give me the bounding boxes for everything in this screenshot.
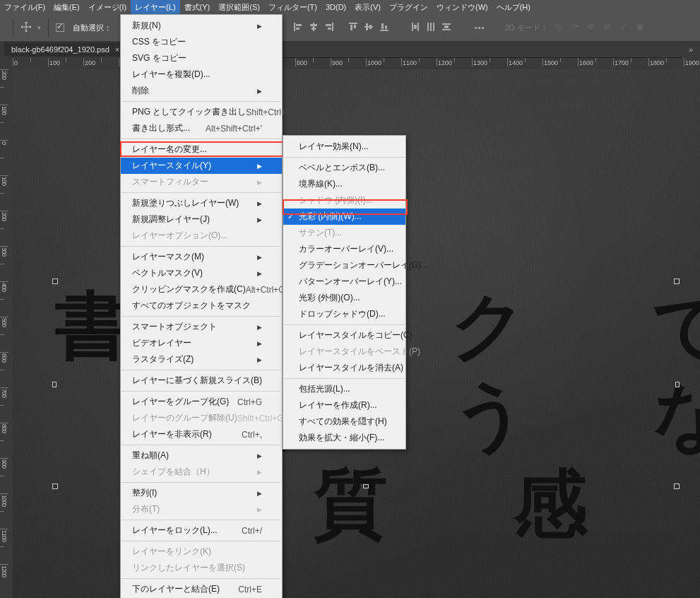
more-icon[interactable]: ••• (475, 23, 485, 32)
menu-3D(D)[interactable]: 3D(D) (321, 1, 350, 13)
menu-item-レイヤーのグループ解除(U): レイヤーのグループ解除(U)Shift+Ctrl+G (121, 410, 282, 426)
layer-style-submenu[interactable]: レイヤー効果(N)...ベベルとエンボス(B)...境界線(K)...シャドウ … (283, 135, 406, 450)
menu-item-レイヤーを複製(D)...[interactable]: レイヤーを複製(D)... (121, 66, 282, 83)
menu-item-光彩 (内側)(W)...[interactable]: ✓光彩 (内側)(W)... (283, 209, 405, 225)
menu-ウィンドウ(W)[interactable]: ウィンドウ(W) (432, 0, 492, 15)
align-hcenter-icon[interactable] (308, 21, 321, 34)
menu-item-レイヤーをロック(L)...[interactable]: レイヤーをロック(L)...Ctrl+/ (121, 522, 282, 539)
svg-rect-20 (414, 25, 417, 29)
menu-item-リンクしたレイヤーを選択(S): リンクしたレイヤーを選択(S) (121, 560, 282, 576)
menu-item-削除[interactable]: 削除▶ (121, 83, 282, 99)
menu-ヘルプ(H)[interactable]: ヘルプ(H) (492, 0, 535, 15)
align-bottom-icon[interactable] (379, 21, 391, 34)
svg-rect-24 (442, 23, 451, 25)
close-tab-icon[interactable]: × (115, 45, 119, 54)
menu-item-シャドウ (内側)(I)...: シャドウ (内側)(I)... (283, 192, 405, 209)
menu-選択範囲(S)[interactable]: 選択範囲(S) (214, 0, 264, 15)
align-vcenter-icon[interactable] (363, 21, 376, 34)
distribute-bottom-icon[interactable] (441, 21, 453, 34)
svg-rect-16 (381, 23, 384, 29)
menu-item-レイヤーをリンク(K): レイヤーをリンク(K) (121, 544, 282, 560)
menu-item-レイヤースタイルをコピー(C)[interactable]: レイヤースタイルをコピー(C) (283, 327, 405, 344)
align-icons-group (292, 21, 453, 34)
tab-overflow-icon[interactable]: » (682, 45, 700, 54)
menu-item-光彩 (外側)(O)...[interactable]: 光彩 (外側)(O)... (283, 290, 405, 306)
menu-item-ビデオレイヤー[interactable]: ビデオレイヤー▶ (121, 335, 282, 351)
menu-item-レイヤーをグループ化(G)[interactable]: レイヤーをグループ化(G)Ctrl+G (121, 394, 282, 410)
ruler-vertical: 2001000100200300400500600700800900100011… (0, 69, 13, 598)
menu-item-クリッピングマスクを作成(C)[interactable]: クリッピングマスクを作成(C)Alt+Ctrl+G (121, 281, 282, 298)
menu-item-カラーオーバーレイ(V)...[interactable]: カラーオーバーレイ(V)... (283, 241, 405, 257)
distribute-vcenter-icon[interactable] (425, 21, 438, 34)
menu-item-レイヤースタイルを消去(A)[interactable]: レイヤースタイルを消去(A) (283, 360, 405, 376)
menu-表示(V)[interactable]: 表示(V) (350, 0, 385, 15)
menu-item-ベベルとエンボス(B)...[interactable]: ベベルとエンボス(B)... (283, 160, 405, 176)
svg-rect-8 (328, 28, 331, 30)
menu-item-PNG としてクイック書き出し[interactable]: PNG としてクイック書き出しShift+Ctrl+' (121, 104, 282, 120)
menu-item-ラスタライズ(Z)[interactable]: ラスタライズ(Z)▶ (121, 351, 282, 368)
align-top-icon[interactable] (348, 21, 360, 34)
menu-item-スマートオブジェクト[interactable]: スマートオブジェクト▶ (121, 319, 282, 335)
svg-rect-21 (427, 23, 429, 31)
distribute-top-icon[interactable] (410, 21, 422, 34)
svg-rect-4 (310, 24, 317, 26)
menu-item-すべてのオブジェクトをマスク[interactable]: すべてのオブジェクトをマスク (121, 298, 282, 314)
menu-item-すべての効果を隠す(H)[interactable]: すべての効果を隠す(H) (283, 414, 405, 430)
menu-item-レイヤーマスク(M)[interactable]: レイヤーマスク(M)▶ (121, 249, 282, 265)
menu-フィルター(T)[interactable]: フィルター(T) (264, 0, 321, 15)
menu-item-書き出し形式...[interactable]: 書き出し形式...Alt+Shift+Ctrl+' (121, 120, 282, 136)
menu-編集(E)[interactable]: 編集(E) (49, 0, 84, 15)
move-tool-icon[interactable] (20, 21, 32, 34)
menu-item-グラデーションオーバーレイ(G)...[interactable]: グラデーションオーバーレイ(G)... (283, 257, 405, 274)
menu-item-シェイプを結合（H）: シェイプを結合（H）▶ (121, 464, 282, 480)
menu-item-レイヤー効果(N)...[interactable]: レイヤー効果(N)... (283, 139, 405, 155)
menu-イメージ(I)[interactable]: イメージ(I) (84, 0, 131, 15)
align-right-icon[interactable] (324, 21, 336, 34)
svg-rect-14 (369, 25, 372, 29)
svg-rect-10 (350, 25, 352, 30)
3d-icons: ◎ ⟳ ✥ ⇄ ⤢ ▣ (554, 22, 649, 33)
menu-item-パターンオーバーレイ(Y)...[interactable]: パターンオーバーレイ(Y)... (283, 274, 405, 290)
svg-rect-15 (380, 30, 388, 31)
document-tab[interactable]: black-gb6469f204_1920.psd × (4, 42, 126, 57)
menu-item-レイヤーに基づく新規スライス(B)[interactable]: レイヤーに基づく新規スライス(B) (121, 373, 282, 389)
menu-item-新規塗りつぶしレイヤー(W)[interactable]: 新規塗りつぶしレイヤー(W)▶ (121, 195, 282, 211)
menu-item-レイヤーオプション(O)...: レイヤーオプション(O)... (121, 228, 282, 244)
menu-item-新規(N)[interactable]: 新規(N)▶ (121, 18, 282, 34)
menu-item-効果を拡大・縮小(F)...[interactable]: 効果を拡大・縮小(F)... (283, 430, 405, 446)
menu-item-レイヤー名の変更...[interactable]: レイヤー名の変更... (121, 141, 282, 158)
svg-rect-23 (433, 23, 434, 31)
menu-item-新規調整レイヤー(J)[interactable]: 新規調整レイヤー(J)▶ (121, 211, 282, 228)
menu-item-重ね順(A)[interactable]: 重ね順(A)▶ (121, 447, 282, 464)
align-left-icon[interactable] (292, 21, 305, 34)
menu-item-レイヤーを作成(R)...[interactable]: レイヤーを作成(R)... (283, 397, 405, 414)
menu-item-レイヤーを非表示(R)[interactable]: レイヤーを非表示(R)Ctrl+, (121, 426, 282, 442)
svg-rect-22 (430, 23, 432, 31)
menu-item-整列(I)[interactable]: 整列(I)▶ (121, 485, 282, 501)
3d-roll-icon: ⟳ (571, 22, 583, 33)
menu-item-CSS をコピー[interactable]: CSS をコピー (121, 34, 282, 50)
svg-rect-1 (296, 24, 302, 26)
menu-bar: ファイル(F)編集(E)イメージ(I)レイヤー(L)書式(Y)選択範囲(S)フィ… (0, 0, 700, 14)
3d-orbit-icon: ◎ (555, 22, 566, 33)
svg-rect-18 (412, 23, 413, 31)
svg-rect-0 (294, 23, 295, 31)
menu-item-ベクトルマスク(V)[interactable]: ベクトルマスク(V)▶ (121, 265, 282, 281)
menu-item-下のレイヤーと結合(E)[interactable]: 下のレイヤーと結合(E)Ctrl+E (121, 581, 282, 597)
svg-rect-5 (312, 28, 316, 30)
3d-pan-icon: ✥ (588, 22, 599, 33)
auto-select-checkbox[interactable] (56, 23, 64, 32)
menu-書式(Y)[interactable]: 書式(Y) (180, 0, 215, 15)
menu-item-ドロップシャドウ(D)...[interactable]: ドロップシャドウ(D)... (283, 306, 405, 322)
tab-title: black-gb6469f204_1920.psd (11, 45, 109, 54)
menu-プラグイン[interactable]: プラグイン (385, 0, 432, 15)
menu-item-SVG をコピー[interactable]: SVG をコピー (121, 50, 282, 66)
menu-item-レイヤースタイル(Y)[interactable]: レイヤースタイル(Y)▶ (121, 158, 282, 174)
menu-item-包括光源(L)...[interactable]: 包括光源(L)... (283, 381, 405, 397)
menu-item-境界線(K)...[interactable]: 境界線(K)... (283, 176, 405, 192)
menu-ファイル(F)[interactable]: ファイル(F) (0, 0, 49, 15)
svg-rect-9 (349, 23, 357, 24)
menu-レイヤー(L)[interactable]: レイヤー(L) (131, 0, 179, 15)
3d-camera-icon: ▣ (636, 22, 648, 33)
layer-menu-dropdown[interactable]: 新規(N)▶CSS をコピーSVG をコピーレイヤーを複製(D)...削除▶PN… (120, 14, 283, 598)
